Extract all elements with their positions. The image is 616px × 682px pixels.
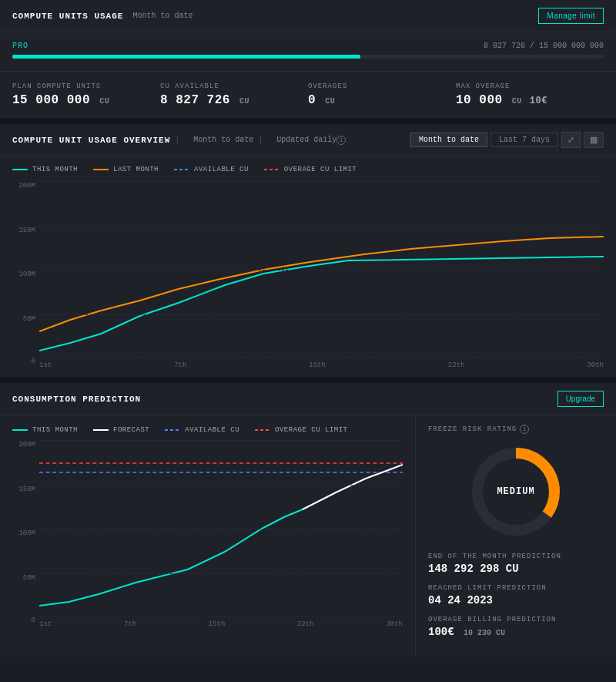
- stat-plan-compute-units: PLAN COMPUTE UNITS 15 000 000 CU: [12, 82, 160, 107]
- pred-this-month-line: [39, 509, 303, 606]
- pred-end-label: END OF THE MONTH PREDICTION: [428, 553, 604, 560]
- pred-forecast-line: [303, 465, 403, 509]
- page-title: COMPUTE UNITS USAGE: [12, 12, 123, 21]
- progress-bar-fill: [12, 55, 360, 59]
- pred-grid-150m: 150M: [39, 485, 403, 485]
- legend-label-overage-limit: OVERAGE CU LIMIT: [284, 166, 357, 173]
- pred-legend-available-cu: AVAILABLE CU: [165, 426, 239, 434]
- prediction-header: CONSUMPTION PREDICTION Upgrade: [0, 383, 616, 415]
- prediction-section: CONSUMPTION PREDICTION Upgrade THIS MONT…: [0, 383, 616, 657]
- stat-label-0: PLAN COMPUTE UNITS: [12, 82, 160, 90]
- pred-legend-overage-limit: OVERAGE CU LIMIT: [255, 426, 347, 434]
- pred-limit-value: 04 24 2023: [428, 594, 604, 606]
- y-label-200m: 200M: [18, 182, 35, 190]
- stat-value-3: 10 000 CU 10€: [456, 93, 604, 107]
- pred-y-label-50m: 50M: [23, 574, 35, 582]
- grid-line-200m: 200M: [39, 181, 604, 182]
- prediction-legend: THIS MONTH FORECAST AVAILABLE CU OVERAGE…: [12, 423, 403, 434]
- tab-month-to-date[interactable]: Month to date: [410, 133, 487, 147]
- freeze-risk-info-icon[interactable]: i: [520, 425, 529, 434]
- grid-line-100m: 100M: [39, 270, 604, 270]
- legend-label-this-month: THIS MONTH: [32, 166, 78, 173]
- pred-stat-reached-limit: REACHED LIMIT PREDICTION 04 24 2023: [428, 584, 604, 606]
- overview-controls: Month to date Last 7 days ⤢ ▦: [410, 132, 604, 148]
- stat-label-1: CU AVAILABLE: [160, 82, 308, 90]
- prediction-stats: FREEZE RISK RATING i MEDIUM END OF THE M…: [416, 415, 616, 657]
- manage-limit-button[interactable]: Manage limit: [538, 8, 604, 24]
- y-label-100m: 100M: [18, 270, 35, 278]
- legend-available-cu: AVAILABLE CU: [174, 166, 249, 173]
- chart-type-line-button[interactable]: ⤢: [561, 132, 581, 148]
- stat-value-1: 8 827 726 CU: [160, 93, 308, 107]
- progress-bar-background: [12, 55, 604, 59]
- pred-x-labels: 1st 7th 15th 22th 30th: [39, 617, 403, 628]
- progress-section: PRO 8 827 726 / 15 000 000 000: [0, 32, 616, 72]
- pred-legend-forecast: FORECAST: [93, 426, 149, 434]
- pred-grid-50m: 50M: [39, 573, 403, 574]
- stat-overages: OVERAGES 0 CU: [308, 82, 456, 107]
- stat-cu-available: CU AVAILABLE 8 827 726 CU: [160, 82, 308, 107]
- header-left: COMPUTE UNITS USAGE Month to date: [12, 12, 192, 21]
- pred-grid-200m: 200M: [39, 440, 403, 441]
- freeze-risk-title: FREEZE RISK RATING: [428, 425, 517, 433]
- legend-line-overage-limit: [264, 169, 280, 170]
- stat-label-2: OVERAGES: [308, 82, 456, 90]
- pred-y-label-0: 0: [32, 616, 35, 624]
- prediction-body: THIS MONTH FORECAST AVAILABLE CU OVERAGE…: [0, 415, 616, 657]
- stats-row: PLAN COMPUTE UNITS 15 000 000 CU CU AVAI…: [0, 72, 616, 124]
- x-label-30th: 30th: [587, 361, 604, 369]
- x-label-1st: 1st: [39, 361, 52, 369]
- overview-title-group: COMPUTE UNIT USAGE OVERVIEW | Month to d…: [12, 136, 346, 145]
- stat-label-3: MAX OVERAGE: [456, 82, 604, 90]
- progress-header: PRO 8 827 726 / 15 000 000 000: [12, 42, 604, 50]
- overview-chart: 200M 150M 100M 50M 0: [39, 181, 604, 358]
- pred-billing-label: OVERAGE BILLING PREDICTION: [428, 616, 604, 623]
- legend-overage-limit: OVERAGE CU LIMIT: [264, 166, 357, 173]
- info-icon[interactable]: i: [336, 136, 346, 145]
- header-period: Month to date: [132, 12, 192, 20]
- pred-legend-label-this-month: THIS MONTH: [32, 426, 78, 434]
- stat-value-2: 0 CU: [308, 93, 456, 107]
- pred-legend-line-this-month: [12, 429, 28, 431]
- chart-type-bar-button[interactable]: ▦: [584, 132, 604, 148]
- overview-header: COMPUTE UNIT USAGE OVERVIEW | Month to d…: [0, 124, 616, 156]
- legend-label-last-month: LAST MONTH: [113, 166, 159, 173]
- pred-x-15th: 15th: [209, 620, 226, 628]
- pred-legend-label-available-cu: AVAILABLE CU: [185, 426, 239, 434]
- pred-y-label-150m: 150M: [18, 485, 35, 493]
- this-month-line: [39, 257, 604, 351]
- pred-y-label-200m: 200M: [18, 441, 35, 449]
- pred-legend-line-overage-limit: [255, 429, 270, 431]
- y-label-50m: 50M: [23, 315, 35, 323]
- overview-chart-container: 200M 150M 100M 50M 0: [0, 173, 616, 377]
- freeze-risk-header: FREEZE RISK RATING i: [428, 425, 604, 434]
- pred-legend-line-forecast: [93, 429, 109, 431]
- pred-limit-label: REACHED LIMIT PREDICTION: [428, 584, 604, 592]
- prediction-chart-area: THIS MONTH FORECAST AVAILABLE CU OVERAGE…: [0, 415, 416, 657]
- pred-billing-value: 100€ 10 230 CU: [428, 626, 604, 638]
- overview-updated: Updated daily: [276, 136, 336, 144]
- overview-legend: THIS MONTH LAST MONTH AVAILABLE CU OVERA…: [0, 156, 616, 173]
- compute-units-header: COMPUTE UNITS USAGE Month to date Manage…: [0, 0, 616, 32]
- overview-title: COMPUTE UNIT USAGE OVERVIEW: [12, 136, 170, 145]
- legend-line-available-cu: [174, 169, 189, 170]
- upgrade-button[interactable]: Upgrade: [557, 391, 604, 407]
- prediction-chart: 200M 150M 100M 50M 0: [39, 440, 403, 617]
- pred-legend-line-available-cu: [165, 429, 180, 431]
- pred-stat-overage-billing: OVERAGE BILLING PREDICTION 100€ 10 230 C…: [428, 616, 604, 638]
- x-label-22th: 22th: [448, 361, 465, 369]
- prediction-title: CONSUMPTION PREDICTION: [12, 395, 141, 404]
- pred-legend-label-overage-limit: OVERAGE CU LIMIT: [275, 426, 347, 434]
- stat-max-overage: MAX OVERAGE 10 000 CU 10€: [456, 82, 604, 107]
- overview-section: COMPUTE UNIT USAGE OVERVIEW | Month to d…: [0, 124, 616, 383]
- pred-grid-100m: 100M: [39, 529, 403, 529]
- pred-y-label-100m: 100M: [18, 529, 35, 537]
- pred-x-22th: 22th: [297, 620, 314, 628]
- last-month-line: [39, 237, 604, 331]
- pred-legend-label-forecast: FORECAST: [113, 426, 149, 434]
- stat-value-0: 15 000 000 CU: [12, 93, 160, 107]
- overview-period: Month to date: [193, 136, 253, 144]
- pred-x-30th: 30th: [386, 620, 403, 628]
- pred-grid-0: 0: [39, 616, 403, 616]
- tab-last-7-days[interactable]: Last 7 days: [490, 133, 558, 147]
